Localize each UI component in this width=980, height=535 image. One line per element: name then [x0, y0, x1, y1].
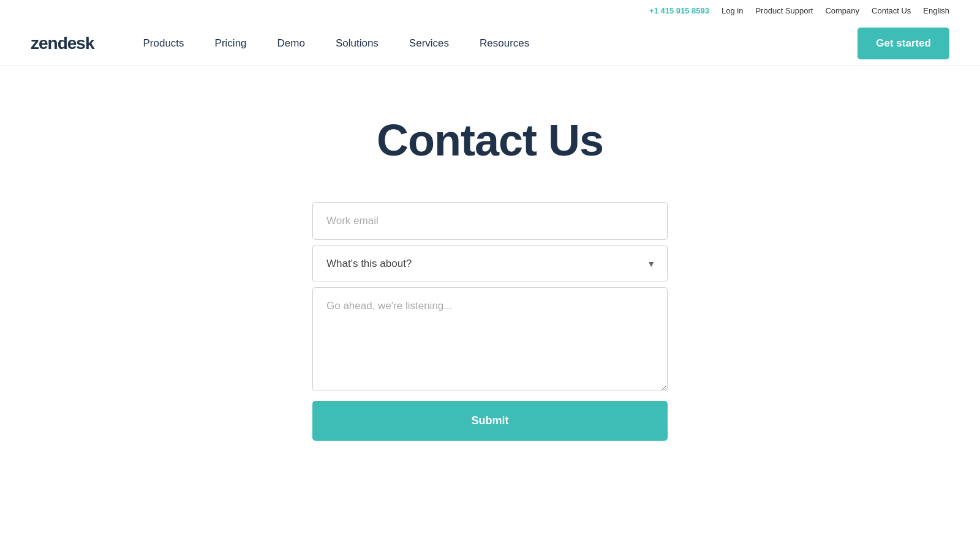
solutions-nav-link[interactable]: Solutions — [323, 31, 391, 56]
phone-number[interactable]: +1 415 915 8593 — [649, 6, 709, 15]
products-nav-link[interactable]: Products — [131, 31, 197, 56]
pricing-nav-link[interactable]: Pricing — [203, 31, 259, 56]
services-nav-link[interactable]: Services — [397, 31, 461, 56]
resources-nav-link[interactable]: Resources — [467, 31, 541, 56]
top-bar: +1 415 915 8593 Log in Product Support C… — [0, 0, 980, 21]
product-support-link[interactable]: Product Support — [755, 6, 813, 15]
login-link[interactable]: Log in — [722, 6, 743, 15]
page-title: Contact Us — [377, 115, 603, 165]
contact-us-topbar-link[interactable]: Contact Us — [872, 6, 911, 15]
company-link[interactable]: Company — [825, 6, 859, 15]
email-input[interactable] — [312, 202, 668, 240]
message-textarea[interactable] — [312, 287, 668, 391]
topic-select-wrapper: What's this about? Sales Support Billing… — [312, 245, 668, 282]
topic-select[interactable]: What's this about? Sales Support Billing… — [312, 245, 668, 282]
submit-button[interactable]: Submit — [312, 401, 668, 441]
nav-links: Products Pricing Demo Solutions Services… — [131, 31, 858, 56]
contact-form: What's this about? Sales Support Billing… — [312, 202, 668, 441]
get-started-button[interactable]: Get started — [858, 28, 949, 59]
logo[interactable]: zendesk — [31, 34, 94, 53]
language-link[interactable]: English — [923, 6, 949, 15]
main-nav: zendesk Products Pricing Demo Solutions … — [0, 21, 980, 66]
page-content: Contact Us What's this about? Sales Supp… — [0, 66, 980, 477]
demo-nav-link[interactable]: Demo — [265, 31, 317, 56]
